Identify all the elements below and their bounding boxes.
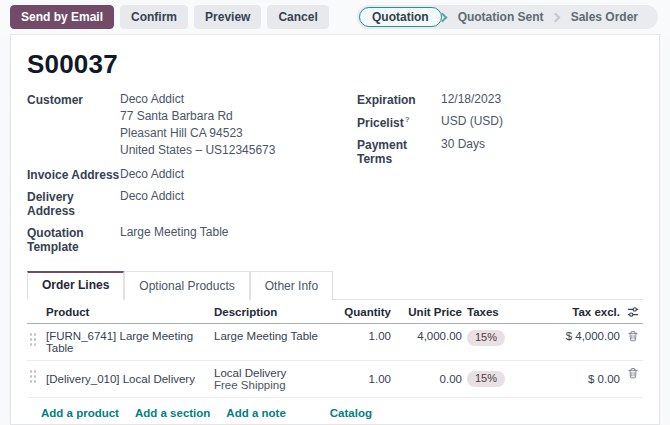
quotation-template-label: Quotation Template (27, 225, 120, 254)
delete-row-icon[interactable] (625, 330, 641, 342)
pricelist-label-text: Pricelist (357, 116, 404, 130)
record-title[interactable]: S00037 (27, 49, 643, 80)
invoice-address-value[interactable]: Deco Addict (120, 167, 184, 182)
cancel-button[interactable]: Cancel (267, 5, 328, 29)
description-line-2: Free Shipping (214, 379, 332, 391)
col-tax-excl: Tax excl. (528, 306, 620, 318)
cell-quantity[interactable]: 1.00 (337, 330, 391, 342)
order-lines-table: Product Description Quantity Unit Price … (27, 300, 643, 425)
payment-terms-label: Payment Terms (357, 137, 441, 166)
action-buttons: Send by Email Confirm Preview Cancel (10, 5, 329, 29)
cell-taxes[interactable]: 15% (467, 371, 523, 387)
notebook-tabs: Order Lines Optional Products Other Info (27, 271, 643, 300)
statusbar-step-quotation[interactable]: Quotation (359, 7, 442, 27)
statusbar-step-quotation-sent[interactable]: Quotation Sent (450, 8, 552, 26)
payment-terms-value[interactable]: 30 Days (441, 137, 485, 166)
delivery-address-value[interactable]: Deco Addict (120, 189, 184, 218)
col-taxes: Taxes (467, 306, 523, 318)
cell-unit-price[interactable]: 0.00 (396, 373, 462, 385)
fields-left-column: Customer Deco Addict 77 Santa Barbara Rd… (27, 92, 357, 261)
drag-handle-icon[interactable] (29, 369, 37, 383)
delete-row-icon[interactable] (625, 367, 641, 379)
customer-address-line: 77 Santa Barbara Rd (120, 109, 275, 123)
send-by-email-button[interactable]: Send by Email (10, 5, 114, 29)
tax-badge[interactable]: 15% (467, 330, 505, 346)
field-customer: Customer Deco Addict 77 Santa Barbara Rd… (27, 92, 357, 160)
optional-columns-icon[interactable] (625, 306, 641, 318)
field-expiration: Expiration 12/18/2023 (357, 92, 643, 107)
cell-product[interactable]: [Delivery_010] Local Delivery (46, 373, 209, 385)
add-a-product-link[interactable]: Add a product (41, 407, 119, 419)
col-description: Description (214, 306, 332, 318)
add-a-section-link[interactable]: Add a section (135, 407, 210, 419)
col-product: Product (46, 306, 209, 318)
tab-order-lines[interactable]: Order Lines (27, 271, 124, 300)
cell-product[interactable]: [FURN_6741] Large Meeting Table (46, 330, 209, 354)
confirm-button[interactable]: Confirm (120, 5, 188, 29)
quotation-sheet: S00037 Customer Deco Addict 77 Santa Bar… (10, 34, 660, 425)
customer-value[interactable]: Deco Addict 77 Santa Barbara Rd Pleasant… (120, 92, 275, 160)
table-header-row: Product Description Quantity Unit Price … (27, 300, 643, 324)
field-delivery-address: Delivery Address Deco Addict (27, 189, 357, 218)
statusbar: Quotation Quotation Sent Sales Order (357, 5, 658, 29)
invoice-address-label: Invoice Address (27, 167, 120, 182)
expiration-value[interactable]: 12/18/2023 (441, 92, 501, 107)
cell-unit-price[interactable]: 4,000.00 (396, 330, 462, 342)
col-quantity: Quantity (337, 306, 391, 318)
expiration-label: Expiration (357, 92, 441, 107)
cell-taxes[interactable]: 15% (467, 330, 523, 346)
cell-quantity[interactable]: 1.00 (337, 373, 391, 385)
customer-name[interactable]: Deco Addict (120, 92, 275, 106)
tab-optional-products[interactable]: Optional Products (124, 271, 249, 300)
preview-button[interactable]: Preview (194, 5, 261, 29)
pricelist-label: Pricelist? (357, 114, 441, 130)
chevron-right-icon (550, 12, 560, 22)
field-invoice-address: Invoice Address Deco Addict (27, 167, 357, 182)
top-toolbar: Send by Email Confirm Preview Cancel Quo… (0, 0, 670, 34)
header-fields: Customer Deco Addict 77 Santa Barbara Rd… (27, 92, 643, 261)
field-quotation-template: Quotation Template Large Meeting Table (27, 225, 357, 254)
cell-tax-excl: $ 0.00 (528, 373, 620, 385)
table-row[interactable]: [FURN_6741] Large Meeting Table Large Me… (27, 324, 643, 361)
statusbar-step-sales-order[interactable]: Sales Order (563, 8, 646, 26)
pricelist-value[interactable]: USD (USD) (441, 114, 503, 130)
help-marker-icon[interactable]: ? (405, 115, 410, 124)
field-pricelist: Pricelist? USD (USD) (357, 114, 643, 130)
field-payment-terms: Payment Terms 30 Days (357, 137, 643, 166)
drag-handle-icon[interactable] (29, 332, 37, 346)
catalog-link[interactable]: Catalog (330, 407, 372, 419)
description-line-1: Local Delivery (214, 367, 332, 379)
cell-description[interactable]: Local Delivery Free Shipping (214, 367, 332, 391)
customer-address-line: United States – US12345673 (120, 143, 275, 157)
tax-badge[interactable]: 15% (467, 371, 505, 387)
customer-address-line: Pleasant Hill CA 94523 (120, 126, 275, 140)
table-row[interactable]: [Delivery_010] Local Delivery Local Deli… (27, 361, 643, 398)
cell-description[interactable]: Large Meeting Table (214, 330, 332, 342)
line-actions: Add a product Add a section Add a note C… (27, 398, 643, 425)
delivery-address-label: Delivery Address (27, 189, 120, 218)
col-unit-price: Unit Price (396, 306, 462, 318)
customer-label: Customer (27, 92, 120, 160)
add-a-note-link[interactable]: Add a note (226, 407, 285, 419)
tab-other-info[interactable]: Other Info (250, 271, 333, 300)
quotation-template-value[interactable]: Large Meeting Table (120, 225, 229, 254)
cell-tax-excl: $ 4,000.00 (528, 330, 620, 342)
fields-right-column: Expiration 12/18/2023 Pricelist? USD (US… (357, 92, 643, 261)
